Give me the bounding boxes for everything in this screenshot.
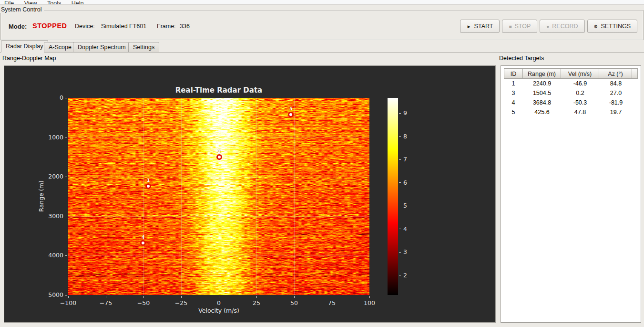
control-button-row: ► START ■ STOP ● RECORD ⚙ SETTINGS <box>460 20 637 33</box>
x-tick-mark <box>369 296 370 298</box>
colorbar-tick-mark <box>399 229 401 229</box>
cell-id: 5 <box>504 107 523 117</box>
cell-vel: -50.3 <box>561 98 599 107</box>
x-tick-label: 25 <box>245 299 268 306</box>
x-tick-mark <box>68 296 69 298</box>
cell-vel: 47.8 <box>561 107 599 117</box>
x-tick-label: −75 <box>94 299 118 306</box>
cell-range: 3684.8 <box>523 98 561 107</box>
table-row[interactable]: 4 3684.8 -50.3 -81.9 <box>504 98 638 107</box>
colorbar-tick-mark <box>399 275 401 275</box>
table-row[interactable]: 5 425.6 47.8 19.7 <box>504 107 638 117</box>
target-marker-label: 1 <box>143 178 153 183</box>
y-tick-label: 5000 <box>39 291 63 298</box>
menu-bar: File View Tools Help <box>0 0 644 5</box>
detected-targets-panel: ID Range (m) Vel (m/s) Az (°) 1 2240.9 -… <box>501 65 641 323</box>
gear-icon: ⚙ <box>594 24 598 29</box>
y-tick-label: 0 <box>39 94 63 101</box>
y-tick-mark <box>65 137 67 137</box>
target-marker-label: 3 <box>215 149 224 154</box>
cell-range: 2240.9 <box>523 79 561 88</box>
menu-tools[interactable]: Tools <box>43 0 65 5</box>
stop-button[interactable]: ■ STOP <box>502 20 537 33</box>
colorbar-tick-mark <box>399 136 401 137</box>
x-tick-mark <box>143 296 144 298</box>
x-tick-mark <box>219 296 219 298</box>
colorbar-tick-mark <box>399 206 401 206</box>
device-value: Simulated FT601 <box>101 23 146 30</box>
table-row[interactable]: 3 1504.5 0.2 27.0 <box>504 88 638 98</box>
range-doppler-map-label: Range-Doppler Map <box>2 55 56 62</box>
y-tick-mark <box>65 177 67 177</box>
x-tick-label: 50 <box>282 299 306 306</box>
tab-settings[interactable]: Settings <box>128 42 159 53</box>
cell-vel: 0.2 <box>561 88 599 98</box>
start-button-label: START <box>474 23 493 30</box>
x-tick-label: 100 <box>358 299 381 306</box>
x-tick-label: −100 <box>56 299 80 306</box>
column-header-vel[interactable]: Vel (m/s) <box>561 68 599 79</box>
menu-help[interactable]: Help <box>67 0 88 5</box>
colorbar-tick-mark <box>399 182 401 183</box>
range-doppler-heatmap-canvas <box>68 98 369 295</box>
y-tick-mark <box>65 295 67 295</box>
tab-a-scope[interactable]: A-Scope <box>44 42 76 53</box>
stop-button-label: STOP <box>514 23 531 30</box>
mode-status-value: STOPPED <box>32 22 67 30</box>
cell-az: 27.0 <box>599 88 633 98</box>
colorbar-tick-label: 2 <box>403 272 415 279</box>
colorbar-tick-label: 8 <box>403 133 415 140</box>
colorbar-tick-mark <box>399 113 401 114</box>
x-tick-label: 75 <box>320 299 344 306</box>
system-control-group-title: System Control <box>0 6 44 13</box>
colorbar-tick-label: 3 <box>403 248 415 255</box>
colorbar-tick-label: 7 <box>403 156 415 163</box>
colorbar-tick-label: 6 <box>403 179 415 186</box>
cell-vel: -46.9 <box>561 79 599 88</box>
cell-az: 84.8 <box>599 79 633 88</box>
y-tick-label: 3000 <box>39 212 63 220</box>
stop-icon: ■ <box>509 24 511 29</box>
x-tick-label: −50 <box>132 299 155 306</box>
cell-id: 3 <box>504 88 523 98</box>
y-tick-label: 1000 <box>39 134 63 141</box>
tab-radar-display[interactable]: Radar Display <box>1 40 48 53</box>
column-header-id[interactable]: ID <box>504 68 523 79</box>
y-tick-label: 4000 <box>39 252 63 259</box>
y-tick-mark <box>65 216 67 216</box>
settings-button-label: SETTINGS <box>601 23 631 30</box>
start-button[interactable]: ► START <box>460 20 500 33</box>
y-tick-mark <box>65 255 67 256</box>
colorbar-canvas <box>388 98 398 295</box>
record-button-label: RECORD <box>552 23 578 30</box>
colorbar-tick-label: 4 <box>403 225 415 232</box>
tab-doppler-spectrum[interactable]: Doppler Spectrum <box>73 42 131 53</box>
targets-table-header: ID Range (m) Vel (m/s) Az (°) <box>504 68 638 79</box>
y-tick-mark <box>65 98 67 98</box>
cell-range: 1504.5 <box>523 88 561 98</box>
colorbar-tick-label: 5 <box>403 202 415 209</box>
x-axis-label: Velocity (m/s) <box>68 307 369 314</box>
chart-title: Real-Time Radar Data <box>68 86 369 95</box>
record-button[interactable]: ● RECORD <box>540 20 584 33</box>
cell-range: 425.6 <box>523 107 561 117</box>
table-row[interactable]: 1 2240.9 -46.9 84.8 <box>504 79 638 88</box>
x-tick-mark <box>181 296 182 298</box>
colorbar-tick-mark <box>399 159 401 160</box>
settings-button[interactable]: ⚙ SETTINGS <box>587 20 637 33</box>
menu-file[interactable]: File <box>0 0 18 5</box>
mode-label: Mode: <box>9 23 27 30</box>
target-marker-label: 5 <box>286 106 296 111</box>
colorbar-tick-label: 9 <box>403 109 415 116</box>
x-tick-mark <box>332 296 332 298</box>
detected-targets-label: Detected Targets <box>499 55 544 62</box>
record-icon: ● <box>546 24 549 29</box>
y-tick-label: 2000 <box>39 173 63 180</box>
range-doppler-map-panel: Real-Time Radar Data Velocity (m/s) Rang… <box>4 65 496 323</box>
x-tick-mark <box>106 296 106 298</box>
menu-view[interactable]: View <box>20 0 41 5</box>
column-header-az[interactable]: Az (°) <box>599 68 632 79</box>
cell-az: 19.7 <box>599 107 633 117</box>
column-header-range[interactable]: Range (m) <box>522 68 561 79</box>
x-tick-mark <box>256 296 257 298</box>
